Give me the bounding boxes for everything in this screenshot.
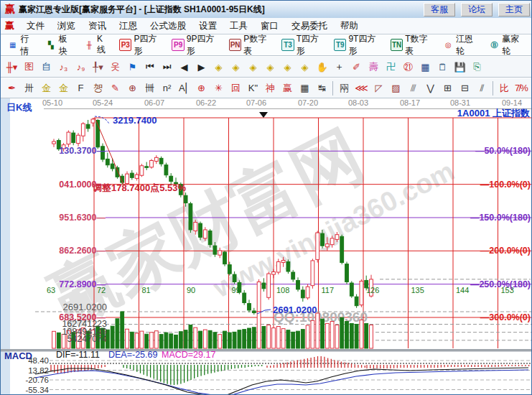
- peak-price-annotation: 3219.7400: [113, 115, 157, 126]
- app-logo-icon: 赢: [5, 3, 15, 16]
- pillar-grid-tool[interactable]: 㒳: [336, 80, 353, 96]
- volume-bar: [140, 331, 144, 348]
- analyst-figure-icon[interactable]: 옷: [107, 59, 123, 75]
- ruler-grid-tool[interactable]: 卌: [141, 80, 158, 96]
- toolbar-label: 板块: [59, 33, 75, 57]
- winner-wheel-button[interactable]: Ⓑ赢家轮: [487, 32, 528, 59]
- info-document-icon[interactable]: 自: [38, 59, 55, 75]
- home-button[interactable]: 主页: [498, 3, 530, 17]
- gold-ratio-tool-2[interactable]: 金: [55, 80, 72, 96]
- angle-line-tool[interactable]: A⎢: [176, 80, 192, 96]
- gann-percent-label: —150.0%(180): [470, 213, 531, 223]
- p9-square-button[interactable]: P99P四方形: [169, 32, 221, 59]
- shen-grid-tool[interactable]: 神: [262, 80, 279, 96]
- candle-body: [86, 124, 90, 129]
- spiral-tool[interactable]: 㔔: [90, 80, 106, 96]
- macd-panel-label: MACD: [4, 350, 32, 361]
- toolbar-label: 赢家轮: [502, 33, 526, 57]
- ying-grid-tool[interactable]: 赢: [279, 80, 296, 96]
- mini-bars-9-icon[interactable]: ♪₉: [73, 59, 89, 75]
- star-burst-tool[interactable]: ✳: [210, 80, 227, 96]
- candle-body: [130, 173, 134, 177]
- seven-percent-tool[interactable]: 7̸%: [513, 80, 530, 96]
- export-tool[interactable]: ⎘: [469, 59, 485, 75]
- t-number-table-button[interactable]: TNT数字表: [388, 32, 436, 59]
- h-expand-tool[interactable]: ↹: [314, 80, 330, 96]
- pattern-window-icon[interactable]: 图: [21, 59, 37, 75]
- p-number-table-button[interactable]: PNP数字表: [227, 32, 274, 59]
- grid-box-tool-2[interactable]: ⊟: [457, 80, 473, 96]
- calculator-tool[interactable]: ▦: [417, 59, 434, 75]
- diamond-expand-tool[interactable]: ◈: [245, 59, 261, 75]
- mini-bars-3-icon[interactable]: ♪₃: [55, 59, 72, 75]
- grid-lines-tool[interactable]: 卅: [21, 80, 37, 96]
- crosshair-tool[interactable]: ＋: [331, 59, 347, 75]
- candle-body: [272, 272, 276, 275]
- volume-bar: [272, 328, 276, 348]
- candle-body: [145, 167, 149, 168]
- gold-ratio-tool-1[interactable]: 金: [38, 80, 55, 96]
- gann-wheel-button[interactable]: ◎江恩轮: [441, 32, 482, 59]
- quotes-table-button[interactable]: ▦行情: [5, 32, 38, 59]
- box-fan-tool[interactable]: ◸: [370, 80, 387, 96]
- t-square-button[interactable]: T3T四方形: [279, 32, 327, 59]
- date-tick-label: 08-31: [450, 98, 470, 107]
- dense-grid-tool[interactable]: ▦: [297, 80, 313, 96]
- k-quote-tool[interactable]: K": [245, 80, 261, 96]
- brush-pen-tool[interactable]: ✒: [4, 80, 20, 96]
- diamond-cross-tool[interactable]: ◈: [262, 59, 279, 75]
- ray-fan-tool[interactable]: ⋘: [353, 80, 370, 96]
- sector-blocks-button[interactable]: ▚板块: [43, 32, 76, 59]
- diamond-right-tool[interactable]: ◈: [228, 59, 244, 75]
- forum-button[interactable]: 论坛: [461, 3, 493, 17]
- diamond-left-tool[interactable]: ◈: [210, 59, 227, 75]
- p-square-button[interactable]: P3P四方形: [117, 32, 164, 59]
- kline-chart-canvas[interactable]: 赢家财富网www.yingjia360.com05-1005-2406-0706…: [1, 98, 532, 395]
- toolbar-separator: [332, 81, 333, 96]
- customer-service-button[interactable]: 客服: [424, 3, 455, 17]
- pencil-rays-tool[interactable]: ⫻: [405, 80, 421, 96]
- volume-axis-label: 54247074: [67, 334, 107, 344]
- candle-body: [355, 297, 358, 305]
- last-bar-button[interactable]: ⏭: [159, 59, 175, 75]
- kline-button[interactable]: ╫K线: [81, 32, 112, 57]
- fibonacci-tool[interactable]: F: [73, 80, 89, 96]
- save-tool[interactable]: 💾: [452, 59, 468, 75]
- pen-ellipse-tool[interactable]: ✎: [107, 80, 123, 96]
- calendar-tool[interactable]: ㉑: [400, 59, 416, 75]
- menu-item-资讯[interactable]: 资讯: [82, 19, 113, 34]
- t9-square-button[interactable]: T99T四方形: [332, 32, 383, 59]
- gann-circle-tool[interactable]: ⊕: [124, 80, 141, 96]
- flag-marker-icon[interactable]: ⚑: [124, 59, 141, 75]
- volume-bar: [159, 335, 163, 348]
- n-squared-tool[interactable]: n²: [159, 80, 175, 96]
- square-target-tool[interactable]: 回: [228, 80, 244, 96]
- grid-box-tool-1[interactable]: ⊞: [439, 80, 456, 96]
- pan-hand-tool[interactable]: ✋: [314, 59, 330, 75]
- pink-grid-tool[interactable]: 壽: [365, 59, 382, 75]
- macd-scale-label: -55.34: [25, 386, 49, 394]
- low-price-annotation: 2691.0200: [273, 305, 317, 315]
- candle-body: [52, 141, 56, 144]
- hollow-candle-dropdown[interactable]: ╀▾: [90, 59, 106, 75]
- candle-body: [184, 195, 187, 203]
- volume-bar: [360, 320, 363, 348]
- angle-measure-tool[interactable]: ✐: [348, 59, 365, 75]
- chart-area[interactable]: 赢家财富网www.yingjia360.com05-1005-2406-0706…: [1, 98, 532, 395]
- first-bar-button[interactable]: ⏮: [141, 59, 158, 75]
- box-mesh-tool[interactable]: ▨: [388, 80, 404, 96]
- diamond-star-tool[interactable]: ◈: [279, 59, 296, 75]
- ratio-list-tool[interactable]: ⽐: [496, 80, 513, 96]
- next-bar-button[interactable]: ▶: [193, 59, 210, 75]
- prev-bar-button[interactable]: ◀: [176, 59, 192, 75]
- target-tool[interactable]: ⊕: [193, 80, 210, 96]
- title-bar: 赢 赢家江恩专业版[赢家服务平台] - [上证指数 SH1A0001-95日K线…: [1, 1, 532, 18]
- diamond-grid-tool[interactable]: ◈: [297, 59, 313, 75]
- notes-tool[interactable]: 🗒: [434, 59, 451, 75]
- teal-grid-tool[interactable]: 卍: [383, 59, 399, 75]
- volume-bar: [321, 319, 325, 348]
- zigzag-tool[interactable]: ⋁: [422, 80, 439, 96]
- toolbar-label: P数字表: [243, 33, 272, 57]
- slant-lines-tool[interactable]: ⫽: [474, 80, 490, 96]
- candle-style-dropdown[interactable]: ╫▾: [4, 59, 20, 75]
